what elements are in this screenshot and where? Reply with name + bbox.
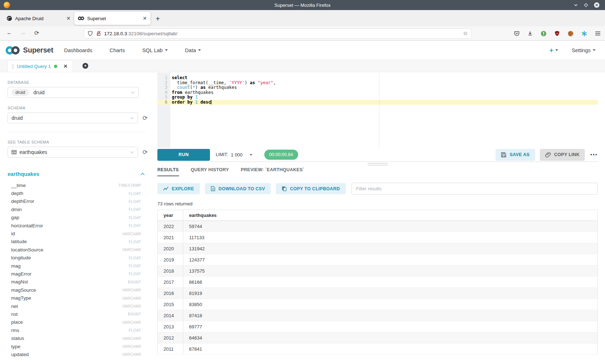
- column-row[interactable]: magErrorFLOAT: [8, 270, 141, 278]
- code-line[interactable]: group by 1: [170, 95, 598, 100]
- reload-icon[interactable]: ⟳: [32, 29, 41, 36]
- pocket-icon[interactable]: [514, 31, 520, 36]
- table-cell: 67841: [183, 343, 598, 355]
- tab-close-icon[interactable]: ✕: [66, 16, 71, 21]
- settings-menu[interactable]: Settings: [572, 47, 596, 53]
- column-row[interactable]: magTypeVARCHAR: [8, 294, 141, 302]
- code-line[interactable]: from earthquakes: [170, 90, 598, 95]
- browser-tab-label: Apache Druid: [15, 16, 44, 21]
- forward-icon[interactable]: →: [19, 29, 27, 36]
- filter-results-input[interactable]: [351, 183, 598, 195]
- column-row[interactable]: statusVARCHAR: [8, 334, 141, 342]
- menu-hamburger-icon[interactable]: [595, 31, 601, 36]
- schema-select[interactable]: druid: [8, 113, 138, 123]
- add-query-tab-button[interactable]: +: [82, 63, 88, 69]
- limit-dropdown[interactable]: LIMIT: 1 000: [216, 152, 252, 158]
- column-row[interactable]: longitudeFLOAT: [8, 254, 141, 262]
- results-column-header[interactable]: year: [158, 210, 183, 221]
- nav-item-data[interactable]: Data: [185, 47, 201, 53]
- query-tab-active[interactable]: Untitled Query 1 ✕: [8, 60, 73, 72]
- column-row[interactable]: updatedVARCHAR: [8, 350, 141, 358]
- editor-code[interactable]: select time_format(__time, 'YYYY') as "y…: [170, 73, 598, 148]
- table-section-title[interactable]: earthquakes: [8, 171, 39, 177]
- shield-icon[interactable]: [88, 31, 93, 36]
- column-type: FLOAT: [129, 199, 141, 204]
- nav-item-dashboards[interactable]: Dashboards: [64, 47, 92, 53]
- window-minimize-icon[interactable]: [573, 3, 578, 8]
- download-csv-button[interactable]: DOWNLOAD TO CSV: [205, 183, 271, 194]
- explore-button[interactable]: EXPLORE: [157, 183, 200, 194]
- code-line[interactable]: order by 1 desc: [170, 100, 598, 105]
- bookmark-star-icon[interactable]: ☆: [463, 30, 468, 37]
- more-options-button[interactable]: •••: [590, 152, 598, 158]
- cookie-icon[interactable]: [568, 31, 574, 37]
- column-row[interactable]: depthErrorFLOAT: [8, 197, 141, 205]
- copy-link-button[interactable]: COPY LINK: [540, 149, 585, 161]
- svg-text:uO: uO: [556, 32, 559, 35]
- splitter-drag-handle[interactable]: [368, 163, 388, 167]
- query-tab-close-icon[interactable]: ✕: [63, 63, 68, 69]
- insecure-lock-icon[interactable]: [96, 31, 101, 36]
- column-row[interactable]: nstBIGINT: [8, 310, 141, 318]
- run-button[interactable]: RUN: [157, 149, 210, 161]
- refresh-tables-icon[interactable]: ⟳: [143, 149, 148, 155]
- column-name: horizontalError: [11, 223, 43, 228]
- column-row[interactable]: netVARCHAR: [8, 302, 141, 310]
- code-line[interactable]: time_format(__time, 'YYYY') as "year",: [170, 81, 598, 86]
- new-item-button[interactable]: +: [549, 46, 558, 54]
- column-row[interactable]: magNstBIGINT: [8, 278, 141, 286]
- browser-tab-superset[interactable]: Superset ✕: [74, 12, 151, 25]
- column-row[interactable]: horizontalErrorFLOAT: [8, 222, 141, 229]
- table-select[interactable]: earthquakes: [8, 147, 138, 158]
- browser-tab-druid[interactable]: Apache Druid ✕: [3, 12, 74, 25]
- query-timer-badge: 00:00:00.64: [264, 150, 298, 160]
- sql-editor[interactable]: 123456 select time_format(__time, 'YYYY'…: [157, 73, 598, 148]
- superset-logo[interactable]: Superset: [4, 45, 53, 55]
- column-row[interactable]: latitudeFLOAT: [8, 238, 141, 246]
- caret-down-icon: [593, 49, 596, 51]
- save-as-button[interactable]: SAVE AS: [496, 149, 535, 161]
- window-close-icon[interactable]: [593, 2, 600, 8]
- url-text: 172.18.0.3:32108/superset/sqllab/: [104, 31, 177, 36]
- column-row[interactable]: __timeTIMESTAMP: [8, 181, 141, 189]
- column-row[interactable]: typeVARCHAR: [8, 342, 141, 350]
- column-type: FLOAT: [129, 215, 141, 220]
- results-column-header[interactable]: earthquakes: [183, 210, 598, 221]
- url-host: 172.18.0.3: [104, 31, 127, 36]
- column-type: FLOAT: [129, 223, 141, 228]
- nav-item-charts[interactable]: Charts: [109, 47, 125, 53]
- column-row[interactable]: placeVARCHAR: [8, 318, 141, 326]
- column-row[interactable]: depthFLOAT: [8, 189, 141, 197]
- tab-preview-earthquakes[interactable]: PREVIEW: `EARTHQUAKES`: [241, 167, 305, 176]
- drag-handle-icon[interactable]: [12, 64, 14, 69]
- nav-item-sql-lab[interactable]: SQL Lab: [142, 47, 168, 53]
- extension-asterisk-icon[interactable]: [581, 31, 587, 37]
- code-line[interactable]: count(*) as earthquakes: [170, 85, 598, 90]
- download-icon[interactable]: [527, 31, 533, 36]
- new-tab-button[interactable]: +: [156, 15, 160, 22]
- ublock-icon[interactable]: uO: [554, 31, 560, 36]
- column-row[interactable]: rmsFLOAT: [8, 326, 141, 334]
- column-row[interactable]: gapFLOAT: [8, 214, 141, 222]
- back-icon[interactable]: ←: [5, 29, 14, 36]
- database-select[interactable]: druid druid: [8, 87, 139, 98]
- column-row[interactable]: magFLOAT: [8, 262, 141, 270]
- url-field[interactable]: 172.18.0.3:32108/superset/sqllab/ ☆: [84, 28, 472, 38]
- column-row[interactable]: locationSourceVARCHAR: [8, 246, 141, 254]
- column-row[interactable]: idVARCHAR: [8, 229, 141, 237]
- column-name: place: [11, 319, 23, 325]
- tab-close-icon[interactable]: ✕: [143, 16, 147, 21]
- code-line[interactable]: select: [170, 76, 598, 81]
- tab-query-history[interactable]: QUERY HISTORY: [191, 167, 229, 176]
- column-row[interactable]: magSourceVARCHAR: [8, 286, 141, 294]
- copy-clipboard-button[interactable]: COPY TO CLIPBOARD: [276, 183, 346, 194]
- extension-green-icon[interactable]: [541, 31, 547, 37]
- chevron-up-icon[interactable]: [140, 173, 145, 176]
- refresh-schemas-icon[interactable]: ⟳: [143, 115, 148, 121]
- column-type: TIMESTAMP: [118, 183, 141, 187]
- window-maximize-icon[interactable]: [583, 3, 588, 8]
- column-row[interactable]: dminFLOAT: [8, 205, 141, 213]
- tab-results[interactable]: RESULTS: [157, 167, 179, 176]
- sqllab-sidebar: DATABASE druid druid SCHEMA druid ⟳ SEE …: [0, 73, 152, 364]
- column-name: nst: [11, 311, 18, 317]
